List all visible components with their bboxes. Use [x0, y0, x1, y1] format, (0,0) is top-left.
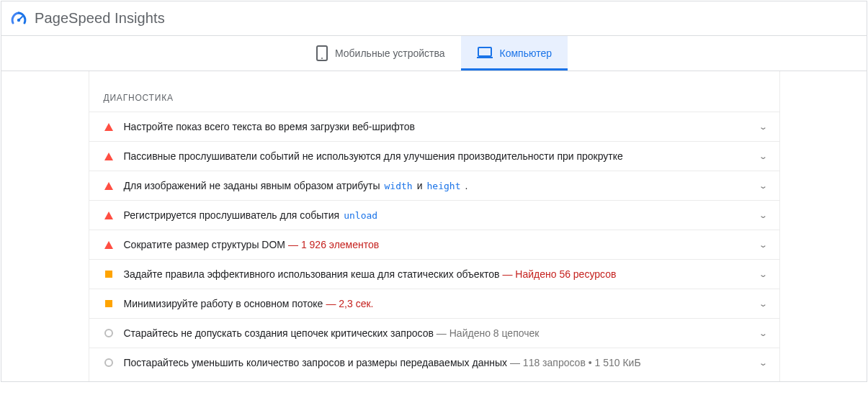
chevron-down-icon: ⌄: [750, 122, 767, 132]
tab-desktop[interactable]: Компьютер: [461, 36, 568, 71]
code-chip: height: [426, 181, 462, 191]
audit-text: Пассивные прослушиватели событий не испо…: [124, 150, 753, 162]
audit-row[interactable]: Пассивные прослушиватели событий не испо…: [89, 141, 779, 171]
audit-text: Настройте показ всего текста во время за…: [124, 121, 753, 132]
fail-icon: [104, 151, 114, 161]
fail-icon: [104, 122, 114, 132]
code-chip: width: [383, 181, 414, 191]
audit-row[interactable]: Старайтесь не допускать создания цепочек…: [89, 318, 779, 348]
audit-text: Задайте правила эффективного использован…: [124, 268, 753, 280]
audit-text: Сократите размер структуры DOM — 1 926 э…: [124, 239, 753, 250]
audit-list: Настройте показ всего текста во время за…: [89, 112, 779, 377]
audit-title: и: [417, 180, 423, 191]
chevron-down-icon: ⌄: [750, 270, 767, 279]
audit-text: Для изображений не заданы явным образом …: [124, 180, 753, 191]
audit-metric: — 118 запросов • 1 510 КиБ: [510, 357, 641, 368]
warn-icon: [104, 269, 114, 279]
audit-title: Минимизируйте работу в основном потоке: [124, 298, 323, 309]
chevron-down-icon: ⌄: [750, 358, 767, 368]
fail-icon: [104, 181, 114, 191]
audit-metric: — 2,3 сек.: [326, 298, 373, 309]
audit-title: Пассивные прослушиватели событий не испо…: [124, 150, 623, 162]
audit-title: .: [465, 180, 467, 191]
svg-line-1: [19, 17, 22, 20]
audit-title: Настройте показ всего текста во время за…: [124, 121, 416, 132]
audit-title: Для изображений не заданы явным образом …: [124, 180, 380, 191]
audit-metric: — Найдено 8 цепочек: [437, 327, 540, 339]
section-title: ДИАГНОСТИКА: [89, 71, 779, 112]
fail-icon: [104, 240, 114, 250]
audit-row[interactable]: Регистрируется прослушиватель для событи…: [89, 200, 779, 230]
svg-rect-5: [477, 57, 493, 58]
audit-row[interactable]: Постарайтесь уменьшить количество запрос…: [89, 348, 779, 377]
audit-text: Постарайтесь уменьшить количество запрос…: [124, 357, 753, 368]
code-chip: unload: [342, 210, 379, 221]
info-icon: [104, 328, 114, 338]
pagespeed-logo-icon: [10, 10, 27, 27]
chevron-down-icon: ⌄: [750, 329, 767, 338]
desktop-icon: [477, 47, 493, 60]
audit-metric: — Найдено 56 ресурсов: [502, 268, 616, 280]
diagnostics-section: ДИАГНОСТИКА Настройте показ всего текста…: [89, 71, 780, 381]
audit-title: Задайте правила эффективного использован…: [124, 268, 500, 280]
audit-text: Минимизируйте работу в основном потоке —…: [124, 298, 753, 309]
chevron-down-icon: ⌄: [750, 211, 767, 220]
audit-title: Регистрируется прослушиватель для событи…: [124, 209, 340, 221]
chevron-down-icon: ⌄: [750, 152, 767, 161]
chevron-down-icon: ⌄: [750, 299, 767, 309]
audit-row[interactable]: Настройте показ всего текста во время за…: [89, 112, 779, 141]
mobile-icon: [316, 45, 328, 61]
audit-title: Постарайтесь уменьшить количество запрос…: [124, 357, 507, 368]
audit-row[interactable]: Задайте правила эффективного использован…: [89, 259, 779, 289]
device-tabs: Мобильные устройства Компьютер: [1, 36, 867, 71]
audit-text: Старайтесь не допускать создания цепочек…: [124, 327, 753, 339]
audit-metric: — 1 926 элементов: [288, 239, 379, 250]
audit-text: Регистрируется прослушиватель для событи…: [124, 209, 753, 221]
svg-point-3: [321, 58, 323, 59]
audit-row[interactable]: Сократите размер структуры DOM — 1 926 э…: [89, 230, 779, 259]
chevron-down-icon: ⌄: [750, 181, 767, 191]
audit-title: Старайтесь не допускать создания цепочек…: [124, 327, 434, 339]
chevron-down-icon: ⌄: [750, 240, 767, 250]
app-title: PageSpeed Insights: [35, 10, 165, 27]
audit-title: Сократите размер структуры DOM: [124, 239, 286, 250]
audit-row[interactable]: Для изображений не заданы явным образом …: [89, 171, 779, 200]
tab-mobile-label: Мобильные устройства: [335, 47, 445, 59]
info-icon: [104, 358, 114, 368]
tab-desktop-label: Компьютер: [500, 47, 552, 59]
fail-icon: [104, 210, 114, 220]
svg-rect-4: [478, 47, 491, 56]
warn-icon: [104, 299, 114, 309]
topbar: PageSpeed Insights: [1, 1, 867, 36]
tab-mobile[interactable]: Мобильные устройства: [300, 36, 461, 71]
audit-row[interactable]: Минимизируйте работу в основном потоке —…: [89, 289, 779, 318]
